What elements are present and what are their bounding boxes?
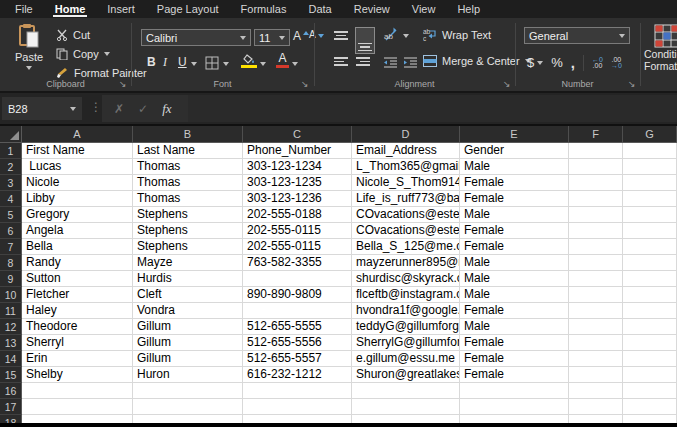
font-size-combobox[interactable]: 11: [254, 29, 290, 46]
conditional-formatting-button[interactable]: Conditional Formatting: [644, 24, 677, 72]
column-header-D[interactable]: D: [352, 126, 460, 142]
cell-B9[interactable]: Hurdis: [133, 271, 243, 287]
cell-G9[interactable]: [623, 271, 677, 287]
row-header-1[interactable]: 1: [0, 143, 22, 159]
cell-B1[interactable]: Last Name: [133, 143, 243, 159]
row-header-11[interactable]: 11: [0, 303, 22, 319]
cell-G12[interactable]: [623, 319, 677, 335]
cell-F10[interactable]: [569, 287, 623, 303]
row-header-12[interactable]: 12: [0, 319, 22, 335]
cell-B12[interactable]: Gillum: [133, 319, 243, 335]
top-align-button[interactable]: [334, 31, 348, 40]
name-box[interactable]: B28: [2, 97, 82, 120]
cell-F4[interactable]: [569, 191, 623, 207]
cell-A11[interactable]: Haley: [22, 303, 133, 319]
cell-F11[interactable]: [569, 303, 623, 319]
tab-data[interactable]: Data: [297, 0, 342, 18]
cell-C11[interactable]: [243, 303, 352, 319]
cell-D15[interactable]: Shuron@greatlakes.: [352, 367, 460, 383]
row-header-8[interactable]: 8: [0, 255, 22, 271]
cell-F2[interactable]: [569, 159, 623, 175]
increase-decimal-button[interactable]: ←0 .00: [592, 57, 603, 69]
cell-C6[interactable]: 202-555-0115: [243, 223, 352, 239]
select-all-button[interactable]: [0, 126, 22, 142]
cell-B13[interactable]: Gillum: [133, 335, 243, 351]
underline-button[interactable]: U: [178, 55, 187, 69]
cell-E10[interactable]: Male: [460, 287, 569, 303]
paste-button[interactable]: Paste: [6, 23, 52, 83]
row-header-16[interactable]: 16: [0, 383, 22, 399]
cell-E3[interactable]: Female: [460, 175, 569, 191]
row-header-9[interactable]: 9: [0, 271, 22, 287]
fill-color-button[interactable]: [241, 54, 257, 68]
cell-A1[interactable]: First Name: [22, 143, 133, 159]
underline-dropdown-icon[interactable]: [191, 62, 197, 66]
font-name-combobox[interactable]: Calibri: [141, 29, 251, 46]
borders-dropdown-icon[interactable]: [223, 62, 229, 66]
cell-E7[interactable]: Female: [460, 239, 569, 255]
cell-B6[interactable]: Stephens: [133, 223, 243, 239]
bold-button[interactable]: B: [147, 55, 156, 69]
cell-D1[interactable]: Email_Address: [352, 143, 460, 159]
comma-style-button[interactable]: ,: [571, 54, 575, 71]
cell-A6[interactable]: Angela: [22, 223, 133, 239]
cell-A9[interactable]: Sutton: [22, 271, 133, 287]
cell-A5[interactable]: Gregory: [22, 207, 133, 223]
cell-A12[interactable]: Theodore: [22, 319, 133, 335]
cell-D6[interactable]: COvacations@estes.: [352, 223, 460, 239]
cell-C2[interactable]: 303-123-1234: [243, 159, 352, 175]
cell-C12[interactable]: 512-655-5555: [243, 319, 352, 335]
cell-F5[interactable]: [569, 207, 623, 223]
cell-E17[interactable]: [460, 399, 569, 415]
cut-button[interactable]: Cut: [56, 25, 147, 44]
cell-C13[interactable]: 512-655-5556: [243, 335, 352, 351]
tab-help[interactable]: Help: [446, 0, 491, 18]
cell-F1[interactable]: [569, 143, 623, 159]
cell-D5[interactable]: COvacations@estes.: [352, 207, 460, 223]
wrap-text-button[interactable]: ab c Wrap Text: [423, 28, 491, 41]
accounting-format-button[interactable]: $: [527, 55, 543, 70]
cell-A14[interactable]: Erin: [22, 351, 133, 367]
row-header-2[interactable]: 2: [0, 159, 22, 175]
column-header-G[interactable]: G: [623, 126, 677, 142]
row-header-14[interactable]: 14: [0, 351, 22, 367]
row-header-15[interactable]: 15: [0, 367, 22, 383]
cell-F9[interactable]: [569, 271, 623, 287]
column-header-B[interactable]: B: [133, 126, 243, 142]
cell-D3[interactable]: Nicole_S_Thom914@: [352, 175, 460, 191]
row-header-4[interactable]: 4: [0, 191, 22, 207]
clipboard-dialog-launcher-icon[interactable]: ↘: [119, 80, 127, 89]
cell-D9[interactable]: shurdisc@skyrack.co: [352, 271, 460, 287]
cell-D7[interactable]: Bella_S_125@me.co: [352, 239, 460, 255]
copy-dropdown-icon[interactable]: [104, 52, 110, 56]
cell-E13[interactable]: Female: [460, 335, 569, 351]
cell-E14[interactable]: Female: [460, 351, 569, 367]
row-header-13[interactable]: 13: [0, 335, 22, 351]
cell-C15[interactable]: 616-232-1212: [243, 367, 352, 383]
cell-A16[interactable]: [22, 383, 133, 399]
cell-C9[interactable]: [243, 271, 352, 287]
paste-dropdown-icon[interactable]: [26, 66, 32, 70]
cell-E15[interactable]: Female: [460, 367, 569, 383]
cell-D16[interactable]: [352, 383, 460, 399]
tab-insert[interactable]: Insert: [96, 0, 146, 18]
cell-F3[interactable]: [569, 175, 623, 191]
cell-F15[interactable]: [569, 367, 623, 383]
cell-G13[interactable]: [623, 335, 677, 351]
cell-D13[interactable]: SherrylG@gillumforg: [352, 335, 460, 351]
cell-E11[interactable]: Female: [460, 303, 569, 319]
cell-B4[interactable]: Thomas: [133, 191, 243, 207]
cell-A7[interactable]: Bella: [22, 239, 133, 255]
cell-E1[interactable]: Gender: [460, 143, 569, 159]
cell-F14[interactable]: [569, 351, 623, 367]
orientation-dropdown-icon[interactable]: [403, 34, 409, 38]
cell-B17[interactable]: [133, 399, 243, 415]
row-header-7[interactable]: 7: [0, 239, 22, 255]
cell-E8[interactable]: Male: [460, 255, 569, 271]
cell-D11[interactable]: hvondra1f@google.c: [352, 303, 460, 319]
cell-C16[interactable]: [243, 383, 352, 399]
cell-C4[interactable]: 303-123-1236: [243, 191, 352, 207]
cell-E6[interactable]: Female: [460, 223, 569, 239]
align-right-button[interactable]: [356, 57, 370, 66]
cancel-button-icon[interactable]: ✗: [114, 102, 124, 116]
